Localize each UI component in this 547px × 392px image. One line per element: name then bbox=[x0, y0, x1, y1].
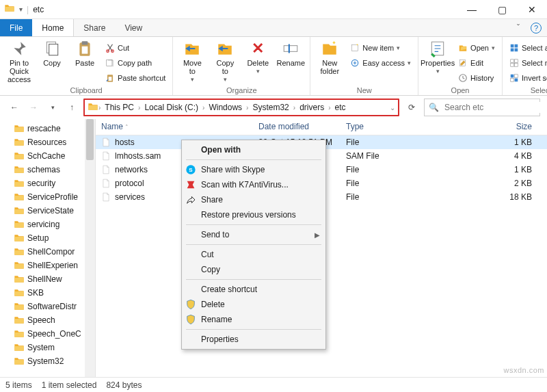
tree-item[interactable]: schemas bbox=[14, 163, 95, 177]
nav-tree[interactable]: rescacheResourcesSchCacheschemassecurity… bbox=[0, 119, 96, 377]
tree-item[interactable]: ShellExperien bbox=[14, 259, 95, 272]
tree-item[interactable]: SKB bbox=[14, 286, 95, 300]
col-type[interactable]: Type bbox=[341, 119, 409, 135]
address-dropdown-icon[interactable]: ⌄ bbox=[390, 104, 395, 112]
ctx-send-to[interactable]: Send to▶ bbox=[182, 227, 325, 242]
ctx-cut[interactable]: Cut bbox=[182, 247, 325, 262]
recent-locations-button[interactable]: ▾ bbox=[45, 100, 60, 115]
forward-button[interactable]: → bbox=[26, 100, 41, 115]
tree-item[interactable]: ServiceProfile bbox=[14, 190, 95, 204]
tree-item[interactable]: ServiceState bbox=[14, 204, 95, 218]
ctx-create-shortcut[interactable]: Create shortcut bbox=[182, 282, 325, 297]
history-button[interactable]: History bbox=[455, 71, 498, 85]
ctx-properties[interactable]: Properties bbox=[182, 332, 325, 347]
tab-view[interactable]: View bbox=[115, 19, 152, 36]
tree-item[interactable]: servicing bbox=[14, 218, 95, 231]
col-size[interactable]: Size bbox=[409, 119, 547, 135]
tree-item[interactable]: SchCache bbox=[14, 149, 95, 163]
ctx-copy[interactable]: Copy bbox=[182, 262, 325, 277]
chevron-right-icon: ▶ bbox=[315, 231, 320, 239]
pin-quick-access-button[interactable]: Pin to Quick access bbox=[4, 40, 34, 83]
svg-rect-23 bbox=[511, 64, 514, 67]
select-all-button[interactable]: Select all bbox=[507, 41, 547, 55]
move-to-button[interactable]: Move to▾ bbox=[177, 40, 207, 83]
easy-access-button[interactable]: Easy access▾ bbox=[347, 56, 414, 70]
select-none-button[interactable]: Select none bbox=[507, 56, 547, 70]
group-clipboard: Pin to Quick access Copy Paste Cut Copy … bbox=[0, 37, 173, 95]
qa-dropdown-icon[interactable]: ▾ bbox=[19, 5, 23, 13]
close-button[interactable]: ✕ bbox=[517, 0, 547, 19]
group-label-open: Open bbox=[423, 85, 498, 94]
status-selected: 1 item selected bbox=[42, 380, 97, 390]
svg-rect-28 bbox=[515, 79, 518, 82]
open-button[interactable]: Open▾ bbox=[455, 41, 498, 55]
tree-item[interactable]: ShellNew bbox=[14, 272, 95, 286]
ribbon-collapse-icon[interactable]: ˇ bbox=[511, 19, 525, 36]
breadcrumb-segment[interactable]: This PC bbox=[101, 103, 138, 112]
back-button[interactable]: ← bbox=[7, 100, 22, 115]
tab-home[interactable]: Home bbox=[32, 19, 74, 36]
delete-button[interactable]: ✕ Delete▾ bbox=[243, 40, 273, 75]
new-folder-button[interactable]: New folder bbox=[315, 40, 345, 75]
tab-share[interactable]: Share bbox=[74, 19, 115, 36]
ctx-share-skype[interactable]: S Share with Skype bbox=[182, 162, 325, 177]
help-icon[interactable]: ? bbox=[531, 23, 542, 34]
up-button[interactable]: ↑ bbox=[64, 100, 79, 115]
ctx-delete[interactable]: Delete bbox=[182, 297, 325, 312]
context-menu: Open with S Share with Skype Scan with K… bbox=[181, 140, 326, 350]
ctx-restore[interactable]: Restore previous versions bbox=[182, 207, 325, 222]
edit-button[interactable]: Edit bbox=[455, 56, 498, 70]
window-title: etc bbox=[33, 5, 44, 14]
invert-selection-button[interactable]: Invert selection bbox=[507, 71, 547, 85]
ctx-rename[interactable]: Rename bbox=[182, 312, 325, 327]
properties-button[interactable]: Properties▾ bbox=[423, 40, 453, 75]
paste-button[interactable]: Paste bbox=[70, 40, 100, 67]
tab-file[interactable]: File bbox=[0, 19, 32, 36]
paste-shortcut-button[interactable]: Paste shortcut bbox=[103, 71, 168, 85]
tree-item[interactable]: Resources bbox=[14, 135, 95, 149]
group-label-select: Select bbox=[507, 85, 547, 94]
column-headers[interactable]: Name ˄ Date modified Type Size bbox=[96, 119, 547, 135]
tree-item[interactable]: System bbox=[14, 341, 95, 354]
skype-icon: S bbox=[185, 164, 196, 175]
col-date[interactable]: Date modified bbox=[253, 119, 341, 135]
tree-item[interactable]: ShellCompor bbox=[14, 245, 95, 259]
copy-path-button[interactable]: Copy path bbox=[103, 56, 168, 70]
tree-item[interactable]: Speech bbox=[14, 313, 95, 327]
ctx-share[interactable]: Share bbox=[182, 192, 325, 207]
refresh-button[interactable]: ⟳ bbox=[403, 103, 420, 112]
cut-button[interactable]: Cut bbox=[103, 41, 168, 55]
tree-item[interactable]: Speech_OneC bbox=[14, 327, 95, 341]
tree-item[interactable]: SoftwareDistr bbox=[14, 300, 95, 313]
breadcrumb-segment[interactable]: Local Disk (C:) bbox=[140, 103, 202, 112]
group-new: New folder New item▾ Easy access▾ New bbox=[310, 37, 418, 95]
search-input[interactable] bbox=[443, 102, 547, 113]
group-open: Properties▾ Open▾ Edit History Open bbox=[418, 37, 503, 95]
col-name[interactable]: Name ˄ bbox=[96, 119, 253, 135]
copy-to-button[interactable]: Copy to▾ bbox=[210, 40, 240, 83]
shield-delete-icon bbox=[185, 299, 196, 310]
new-item-button[interactable]: New item▾ bbox=[347, 41, 414, 55]
tree-item[interactable]: security bbox=[14, 177, 95, 190]
tree-item[interactable]: System32 bbox=[14, 354, 95, 368]
breadcrumb-segment[interactable]: etc bbox=[331, 103, 350, 112]
svg-rect-24 bbox=[515, 64, 518, 67]
breadcrumb-segment[interactable]: Windows bbox=[204, 103, 246, 112]
breadcrumb-segment[interactable]: System32 bbox=[248, 103, 293, 112]
maximize-button[interactable]: ▢ bbox=[487, 0, 517, 19]
ctx-k7-scan[interactable]: Scan with K7AntiVirus... bbox=[182, 177, 325, 192]
svg-rect-18 bbox=[515, 44, 518, 48]
svg-rect-10 bbox=[284, 46, 298, 52]
tree-item[interactable]: rescache bbox=[14, 122, 95, 135]
address-bar[interactable]: › This PC›Local Disk (C:)›Windows›System… bbox=[83, 99, 399, 116]
copy-button[interactable]: Copy bbox=[37, 40, 67, 67]
minimize-button[interactable]: — bbox=[457, 0, 487, 19]
rename-button[interactable]: Rename bbox=[276, 40, 306, 67]
search-box[interactable]: 🔍 bbox=[424, 99, 540, 116]
breadcrumb-segment[interactable]: drivers bbox=[295, 103, 328, 112]
ctx-open-with[interactable]: Open with bbox=[182, 142, 325, 157]
tree-item[interactable]: Setup bbox=[14, 231, 95, 245]
svg-rect-3 bbox=[82, 41, 88, 44]
group-label-organize: Organize bbox=[177, 85, 306, 94]
tree-scrollbar[interactable] bbox=[85, 119, 95, 377]
